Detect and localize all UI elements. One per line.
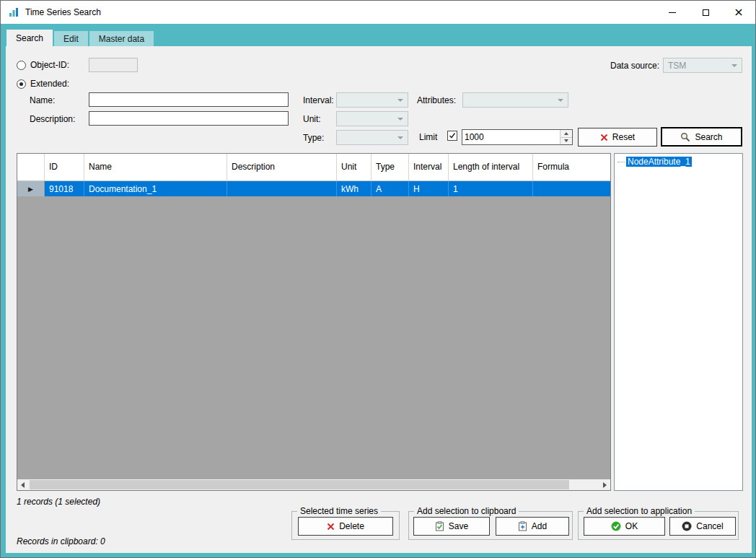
- window-controls: ×: [656, 1, 755, 24]
- column-header-id[interactable]: ID: [45, 154, 84, 180]
- object-id-label: Object-ID:: [30, 60, 69, 70]
- red-x-icon: [327, 523, 335, 531]
- title-bar: Time Series Search ×: [1, 1, 755, 24]
- search-page: Object-ID: Data source: TSM Extended: Na…: [6, 46, 752, 553]
- group-title: Add selection to application: [584, 506, 695, 516]
- close-icon: ×: [734, 6, 743, 18]
- arrow-left-icon: [21, 482, 25, 488]
- spin-down-button[interactable]: [561, 137, 572, 145]
- check-icon: [449, 132, 456, 139]
- grid-empty-area: [17, 196, 610, 479]
- search-button-label: Search: [695, 132, 722, 142]
- cell-formula[interactable]: [533, 181, 610, 196]
- limit-input[interactable]: [462, 130, 560, 144]
- chevron-down-icon: [397, 136, 403, 139]
- current-row-arrow-icon: ▶: [28, 186, 33, 193]
- table-row[interactable]: ▶ 91018 Documentation_1 kWh A H 1: [17, 181, 610, 196]
- type-select: [336, 130, 408, 145]
- scroll-left-button[interactable]: [17, 479, 28, 490]
- app-icon: [8, 6, 19, 18]
- unit-select: [336, 111, 408, 126]
- extended-radio[interactable]: [17, 79, 26, 89]
- column-header-unit[interactable]: Unit: [337, 154, 372, 180]
- spin-up-button[interactable]: [561, 130, 572, 137]
- cell-type[interactable]: A: [372, 181, 409, 196]
- reset-button[interactable]: Reset: [578, 128, 657, 147]
- object-id-radio[interactable]: [17, 61, 26, 70]
- group-title: Selected time series: [297, 506, 381, 516]
- extended-label: Extended:: [30, 79, 69, 89]
- selected-time-series-group: Selected time series Delete: [291, 511, 400, 540]
- data-source-value: TSM: [668, 61, 686, 71]
- tree-item-label: NodeAttribute_1: [626, 157, 692, 167]
- search-button[interactable]: Search: [661, 127, 742, 147]
- arrow-right-icon: [603, 482, 607, 488]
- minimize-button[interactable]: [656, 1, 689, 24]
- minimize-icon: [669, 12, 676, 13]
- add-button-label: Add: [532, 521, 547, 531]
- tab-edit[interactable]: Edit: [54, 31, 88, 46]
- tab-master-data[interactable]: Master data: [89, 31, 154, 46]
- cancel-button[interactable]: Cancel: [669, 517, 736, 536]
- object-id-radio-row: Object-ID:: [17, 60, 69, 70]
- reset-button-label: Reset: [612, 132, 635, 142]
- description-input[interactable]: [89, 111, 289, 126]
- tree-item-nodeattribute-1[interactable]: NodeAttribute_1: [616, 157, 741, 167]
- cell-unit[interactable]: kWh: [337, 181, 372, 196]
- horizontal-scrollbar[interactable]: [17, 479, 610, 490]
- interval-label: Interval:: [303, 95, 334, 105]
- column-header-name[interactable]: Name: [84, 154, 227, 180]
- column-header-selector: [17, 154, 45, 180]
- save-button-label: Save: [449, 521, 468, 531]
- chevron-down-icon: [397, 99, 403, 102]
- cell-name[interactable]: Documentation_1: [84, 181, 227, 196]
- delete-button[interactable]: Delete: [298, 517, 393, 536]
- tab-strip: Search Edit Master data: [1, 24, 755, 46]
- cell-id[interactable]: 91018: [45, 181, 84, 196]
- cancel-button-label: Cancel: [696, 521, 723, 531]
- object-id-input: [89, 58, 138, 72]
- add-button[interactable]: Add: [496, 517, 569, 536]
- save-button[interactable]: Save: [413, 517, 490, 536]
- column-header-formula[interactable]: Formula: [533, 154, 610, 180]
- chevron-down-icon: [558, 99, 563, 102]
- attributes-select: [462, 92, 568, 108]
- clipboard-status: Records in clipboard: 0: [17, 536, 105, 546]
- tab-search[interactable]: Search: [6, 30, 53, 46]
- maximize-button[interactable]: [689, 1, 722, 24]
- column-header-interval[interactable]: Interval: [409, 154, 449, 180]
- close-button[interactable]: ×: [722, 1, 755, 24]
- add-to-application-group: Add selection to application OK Cancel: [578, 511, 739, 540]
- cell-description[interactable]: [227, 181, 337, 196]
- ok-button[interactable]: OK: [584, 517, 665, 536]
- data-source-label: Data source:: [610, 61, 659, 71]
- description-label: Description:: [30, 114, 75, 124]
- limit-label: Limit: [419, 132, 437, 142]
- column-header-length-of-interval[interactable]: Length of interval: [449, 154, 533, 180]
- column-header-type[interactable]: Type: [372, 154, 409, 180]
- app-window: Time Series Search × Search Edit Master …: [0, 0, 756, 558]
- arrow-down-icon: [564, 139, 568, 142]
- window-title: Time Series Search: [25, 7, 101, 17]
- stop-circle-icon: [682, 521, 692, 531]
- scrollbar-thumb[interactable]: [30, 480, 569, 489]
- radio-dot: [19, 82, 23, 86]
- cell-length-of-interval[interactable]: 1: [449, 181, 533, 196]
- name-input[interactable]: [89, 92, 289, 107]
- limit-checkbox[interactable]: [447, 131, 457, 141]
- delete-button-label: Delete: [339, 521, 364, 531]
- column-header-description[interactable]: Description: [227, 154, 337, 180]
- spinner-buttons: [560, 130, 572, 144]
- chevron-down-icon: [731, 64, 737, 67]
- results-grid: ID Name Description Unit Type Interval L…: [17, 153, 611, 491]
- unit-label: Unit:: [303, 114, 321, 124]
- row-selector[interactable]: ▶: [17, 181, 45, 196]
- limit-spinner: [462, 129, 573, 145]
- cell-interval[interactable]: H: [409, 181, 449, 196]
- scroll-right-button[interactable]: [599, 479, 610, 490]
- red-x-icon: [600, 134, 608, 141]
- chevron-down-icon: [397, 118, 403, 121]
- clipboard-check-icon: [435, 521, 444, 531]
- maximize-icon: [703, 9, 709, 16]
- magnifier-icon: [680, 132, 690, 142]
